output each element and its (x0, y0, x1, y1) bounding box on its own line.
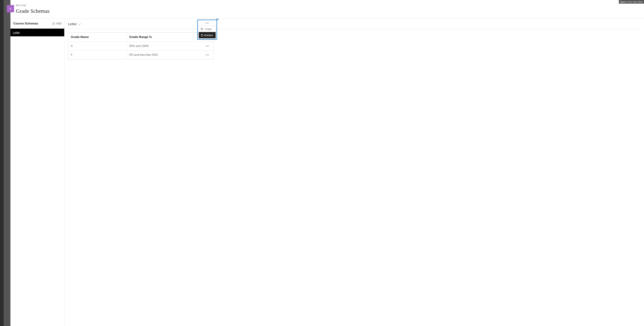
delete-label: Delete (205, 34, 213, 37)
course-code: DP-1718 (16, 4, 638, 7)
dropdown-item-copy[interactable]: Copy (199, 26, 216, 32)
svg-rect-5 (202, 28, 203, 30)
copy-icon (200, 27, 204, 30)
add-label: Add (56, 22, 62, 25)
col-header-grade-range: Grade Range % (127, 32, 201, 41)
close-icon (9, 7, 12, 10)
col-header-grade-name: Grade Name (68, 32, 127, 41)
dropdown-item-delete[interactable]: Delete (199, 32, 216, 38)
grade-schemas-modal: DP-1718 Grade Schemas Course Schemas Add… (10, 0, 644, 326)
edit-schema-name-button[interactable] (79, 23, 81, 25)
sidebar-header: Course Schemas Add (10, 18, 64, 29)
page-title: Grade Schemas (16, 8, 638, 14)
trash-icon (200, 34, 204, 37)
pencil-icon (79, 23, 81, 25)
grade-range-cell: 50% and 100% (127, 42, 201, 50)
row-more-button[interactable] (205, 45, 210, 47)
schema-more-button[interactable] (198, 20, 216, 25)
grade-range-cell: 0% and less than 50% (127, 50, 201, 59)
row-more-button[interactable] (205, 53, 210, 56)
dropdown-menu: Copy Delete (198, 25, 216, 38)
sidebar: Course Schemas Add Letter (10, 18, 64, 326)
debug-timing-badge: digest 1ms 3ms 9ms (619, 0, 644, 3)
grade-table: Grade Name Grade Range % A 50% and 100% (68, 32, 214, 59)
dot-icon (207, 54, 208, 55)
table-row: A 50% and 100% (68, 42, 214, 50)
dot-icon (208, 54, 209, 55)
row-actions-cell (201, 50, 214, 59)
modal-body: Course Schemas Add Letter Letter (10, 18, 644, 326)
dot-icon (206, 54, 207, 55)
dot-icon (207, 46, 208, 46)
left-nav-inner (4, 0, 10, 326)
sidebar-item-letter[interactable]: Letter (10, 29, 64, 36)
main-content: Letter Grade Name Grade Range % A 50% an… (64, 18, 644, 326)
table-header-row: Grade Name Grade Range % (68, 32, 214, 42)
schema-more-dropdown: Copy Delete (197, 20, 217, 40)
add-schema-button[interactable]: Add (52, 22, 62, 25)
left-nav-strip (0, 0, 10, 326)
dot-icon (208, 46, 209, 46)
table-row: F 0% and less than 50% (68, 50, 214, 59)
dot-icon (207, 23, 208, 23)
sidebar-title: Course Schemas (13, 22, 38, 25)
plus-circle-icon (52, 22, 55, 25)
dot-icon (208, 23, 208, 23)
schema-name: Letter (68, 22, 77, 26)
copy-label: Copy (205, 27, 212, 30)
modal-header: DP-1718 Grade Schemas (10, 0, 644, 18)
dot-icon (206, 46, 207, 46)
dot-icon (206, 23, 206, 23)
grade-name-cell: F (68, 50, 127, 59)
grade-name-cell: A (68, 42, 127, 50)
schema-header: Letter (68, 22, 640, 29)
row-actions-cell (201, 42, 214, 50)
close-button[interactable] (7, 5, 14, 12)
